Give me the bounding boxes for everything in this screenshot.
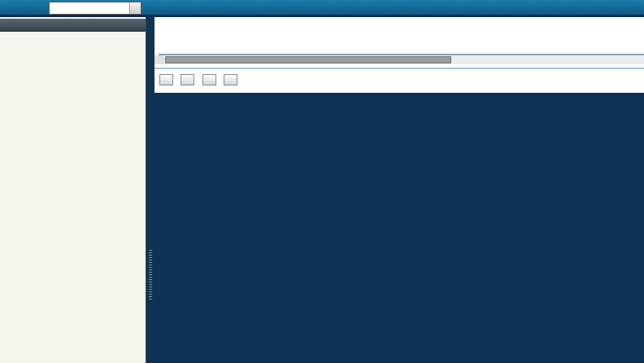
pager-next-button[interactable] bbox=[202, 74, 216, 85]
sidebar-header bbox=[0, 19, 146, 32]
scrollbar-thumb[interactable] bbox=[165, 56, 451, 63]
documents-panel bbox=[154, 17, 644, 363]
scroll-left-icon[interactable] bbox=[154, 55, 164, 64]
page-title bbox=[154, 17, 644, 45]
top-bar bbox=[0, 0, 644, 17]
drawer-select[interactable] bbox=[49, 2, 141, 15]
pager-last-button[interactable] bbox=[224, 74, 237, 85]
search-sidebar bbox=[0, 17, 146, 363]
pager-first-button[interactable] bbox=[159, 74, 173, 85]
pager-previous-button[interactable] bbox=[181, 74, 194, 85]
application-window bbox=[0, 0, 644, 363]
dropdown-arrow-icon bbox=[129, 2, 141, 14]
group-by-dropzone[interactable] bbox=[159, 45, 644, 55]
panel-splitter[interactable] bbox=[146, 17, 154, 363]
footer-strip bbox=[154, 93, 644, 363]
horizontal-scrollbar[interactable] bbox=[154, 55, 644, 64]
splitter-grip-icon bbox=[149, 249, 152, 300]
pager bbox=[154, 69, 644, 93]
